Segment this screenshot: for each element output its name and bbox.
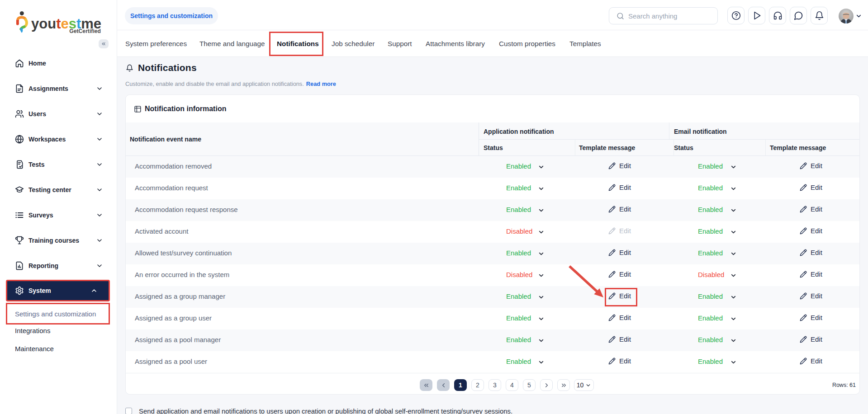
- svg-text:GetCertified: GetCertified: [69, 28, 101, 34]
